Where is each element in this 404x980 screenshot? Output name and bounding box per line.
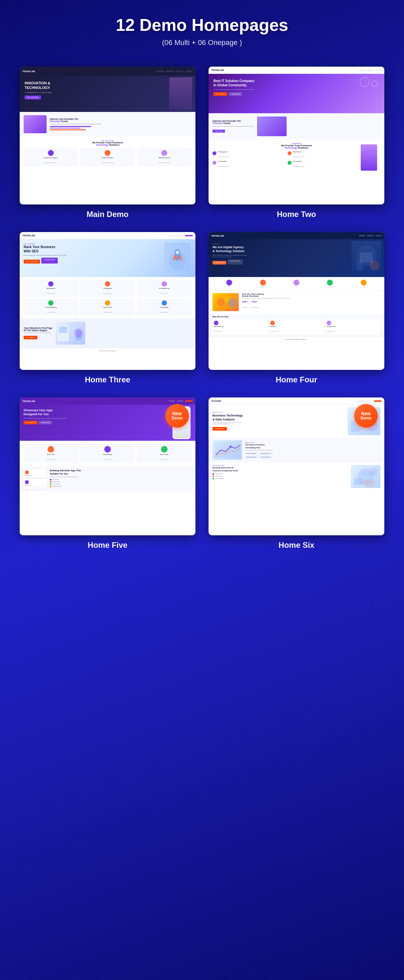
demo-item-home-three[interactable]: TEKNOLAB SEO AGENCY Rank Your BusinessWi… xyxy=(20,232,195,384)
service-icon-1 xyxy=(48,281,54,286)
why-card-3: Full-Stack teams Lorem ipsum dolor xyxy=(325,319,380,334)
hero-title: Business Technology& Data Analysis xyxy=(212,414,344,422)
services-brand: Technology xyxy=(96,144,109,146)
service-desc-3: Lorem ipsum dolor sit amet xyxy=(218,166,230,167)
service-icon-2 xyxy=(105,281,110,286)
service-name-3: E-mail Marketing xyxy=(138,288,190,289)
why-desc-3: Lorem ipsum dolor xyxy=(326,331,335,332)
service-card-1: Web Analytics Lorem ipsum dolor xyxy=(24,280,78,297)
app-text: Building Awesome App ThatSuitable For Yo… xyxy=(50,469,192,489)
data-desc: Lorem ipsum dolor sit amet consectetur a… xyxy=(245,450,273,451)
preview-footer: We Have the Hottest Skills to... xyxy=(209,336,384,342)
service-name-2: Analytic Solutions xyxy=(82,157,133,159)
service-card-5: Pay-Per Click Lorem ipsum dolor xyxy=(80,299,135,316)
nav-link xyxy=(359,235,365,236)
svg-rect-9 xyxy=(75,336,82,340)
cta-button: GET STARTED xyxy=(24,336,37,339)
icon-item-3: Cloud xyxy=(293,280,299,288)
preview-services: Web Analytics Lorem ipsum dolor Site Map… xyxy=(20,277,195,318)
demo-item-home-two[interactable]: TEKNOLAB Best IT Solution CompanyIn Glob… xyxy=(209,67,384,219)
service-icon-1 xyxy=(48,150,54,156)
check-dot-4 xyxy=(50,486,51,487)
preview-logo: TEKNOLAB xyxy=(211,235,224,237)
service-cards: Software Development Lorem ipsum dolor a… xyxy=(24,148,192,166)
icon-circle-1 xyxy=(226,280,232,286)
hero-text: INNOVATION &TECHNOLOGY IT TECHNOLOGY & I… xyxy=(25,81,190,99)
chart-image xyxy=(212,440,242,460)
page-header: 12 Demo Homepages (06 Multi + 06 Onepage… xyxy=(0,0,404,57)
nav-link xyxy=(157,70,164,72)
svg-point-21 xyxy=(353,428,375,433)
svg-point-17 xyxy=(228,298,237,307)
nav-link xyxy=(357,400,364,402)
icon-label-4: Security xyxy=(328,286,332,288)
ai-role-3: Data Visualization xyxy=(212,478,348,479)
image-inner xyxy=(257,116,287,136)
preview-section: Improve and Innovate TheTecnolab Trends … xyxy=(209,113,384,140)
service-name-1: IT Management xyxy=(218,151,230,153)
nav-link xyxy=(367,70,374,71)
preview-stats: Over 25+ Years HelpingBrands Wordwide We… xyxy=(209,290,384,314)
service-icon-5 xyxy=(105,300,110,305)
demo-item-home-four[interactable]: TEKNOLAB DIGITAL We Are Digital Agency& … xyxy=(209,232,384,384)
tag-4: Economic Information xyxy=(260,456,273,458)
feature-name-1: Easy to Edit xyxy=(25,453,77,455)
ai-role-label-1: Data Scientists xyxy=(215,473,223,474)
hero-title: We Are Digital Agency& Technology Soluti… xyxy=(212,245,380,253)
service-name-6: Link Building xyxy=(138,307,190,308)
preview-features: Easy to Edit Lorem ipsum dolor Unique De… xyxy=(20,441,195,466)
demo-label-home-three: Home Three xyxy=(85,375,130,384)
why-name-1: High quality Code xyxy=(214,326,266,327)
features-grid: Easy to Edit Lorem ipsum dolor Unique De… xyxy=(24,444,192,463)
preview-nav: TEKNOLAB xyxy=(209,232,384,239)
ai-role-dot-2 xyxy=(212,476,214,477)
data-heading: The Data & AnalyticsConsulting Firm xyxy=(245,443,273,449)
section-text: Improve and Innovate TheTecnolab Trends … xyxy=(50,118,101,131)
demo-item-home-six[interactable]: New Demo Tecnolab ABOUT US Business Tech… xyxy=(209,398,384,550)
feature-icon-2 xyxy=(104,446,111,453)
brand-span: Tecnolab xyxy=(212,122,222,124)
nav-links xyxy=(359,235,382,236)
hero-title: Best IT Solution CompanyIn Global Commun… xyxy=(214,79,379,87)
service-desc-1: Lorem ipsum dolor amet xyxy=(44,162,57,164)
icon-circle-2 xyxy=(260,280,266,286)
check-label-1: Easy to Edit xyxy=(52,479,59,480)
check-label-3: User Friendly xyxy=(52,484,59,485)
service-name-2: Site Mapping xyxy=(82,288,133,289)
why-icon-2 xyxy=(270,321,275,325)
preview-nav: TEKNOLAB xyxy=(20,232,195,239)
check-label-2: Unique Design xyxy=(52,481,60,482)
feature-card-2: Unique Design Lorem ipsum dolor xyxy=(80,444,135,463)
service-icon-2 xyxy=(105,150,111,156)
footer-teaser: We Have the Hottest Skills to... xyxy=(212,338,380,340)
feature-card-3: User Friendly Lorem ipsum dolor xyxy=(137,444,192,463)
demo-item-home-five[interactable]: New Demo TEKNOLAB Showcase Your App!Desi… xyxy=(20,398,195,550)
icon-item-4: Security xyxy=(327,280,333,288)
nav-links xyxy=(157,70,193,72)
check-dot-1 xyxy=(50,479,51,480)
preview-footer: We Know Your Needs xyxy=(20,348,195,353)
nav-link-active xyxy=(374,400,382,402)
why-desc-2: Lorem ipsum dolor xyxy=(270,331,279,332)
ai-role-label-3: Data Visualization xyxy=(215,478,224,479)
services-content: IT Management Lorem ipsum dolor sit amet… xyxy=(212,151,380,168)
stats-numbers: 450+ Happy Clients 750+ Project Delivere… xyxy=(242,300,290,309)
service-item-3: Cloud DevOps Lorem ipsum dolor sit amet xyxy=(212,161,286,168)
service-item-2: Data Security Lorem ipsum dolor sit amet xyxy=(288,151,361,159)
page-title: 12 Demo Homepages xyxy=(6,16,398,35)
tag-3: Financial Information xyxy=(245,456,259,458)
why-icon-1 xyxy=(214,321,219,325)
hero-image xyxy=(169,78,192,110)
badge-demo-text: Demo xyxy=(360,416,371,420)
preview-services: OUR SERVICES We Provide Truly ProminentT… xyxy=(209,140,384,171)
hero-btn-secondary: LEARN MORE xyxy=(41,258,57,264)
service-name-3: Cloud DevOps xyxy=(218,161,230,162)
nav-link xyxy=(177,400,183,402)
image-inner xyxy=(24,115,47,133)
demo-item-main[interactable]: TEKNOLAB INNOVATION &TECHNOLOGY IT TECHN… xyxy=(20,67,195,219)
nav-link-active xyxy=(185,400,193,402)
svg-point-15 xyxy=(217,298,225,306)
nav-link xyxy=(166,70,174,72)
data-tags: Business Intelligence Economic Informati… xyxy=(245,452,273,458)
number-1: 450+ Happy Clients xyxy=(242,300,248,309)
